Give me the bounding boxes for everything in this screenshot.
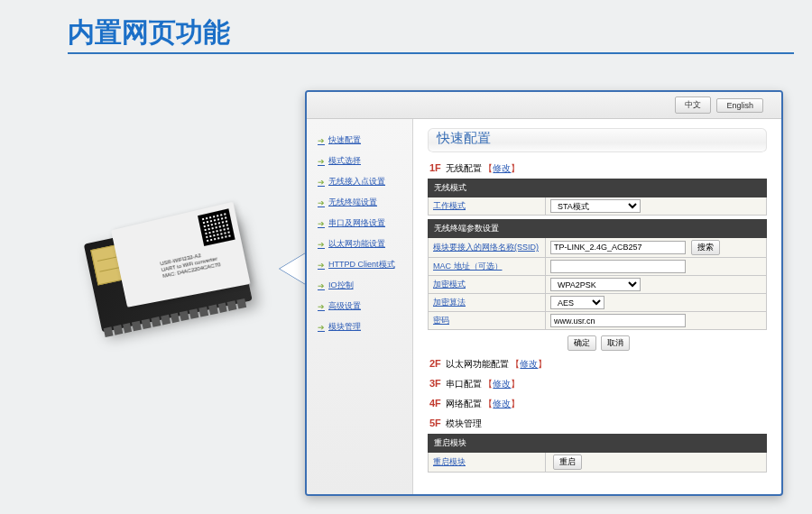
content-title: 快速配置	[428, 128, 767, 153]
reboot-table: 重启模块 重启模块 重启	[428, 434, 767, 473]
sidebar-item-label: 高级设置	[328, 300, 361, 312]
arrow-icon: ➔	[318, 178, 325, 187]
mac-label: MAC 地址（可选）	[429, 258, 546, 276]
step-text: 无线配置	[446, 163, 482, 173]
enc-mode-label: 加密模式	[429, 276, 546, 294]
sidebar-item-label: 无线接入点设置	[328, 176, 385, 188]
enc-algo-select[interactable]: AES	[550, 296, 604, 309]
step4-heading: 4F 网络配置 【修改】	[429, 398, 767, 410]
wifi-sta-table: 无线终端参数设置 模块要接入的网络名称(SSID) 搜索 MAC 地址（可选） …	[428, 219, 767, 330]
sidebar-item-uart-net[interactable]: ➔串口及网络设置	[318, 213, 412, 234]
device-module-image: USR-WIFI232-A2 UART to WiFi converter MA…	[76, 173, 275, 359]
sidebar-item-advanced[interactable]: ➔高级设置	[318, 296, 412, 317]
ssid-input[interactable]	[550, 241, 686, 254]
arrow-icon: ➔	[318, 323, 325, 332]
sidebar-item-sta-setting[interactable]: ➔无线终端设置	[318, 192, 412, 213]
qr-code-icon	[198, 208, 235, 246]
arrow-icon: ➔	[318, 302, 325, 311]
content-area: 快速配置 1F 无线配置 【修改】 无线模式 工作模式 STA模式 无线终端参数…	[413, 119, 781, 494]
ssid-search-button[interactable]: 搜索	[691, 240, 720, 255]
arrow-icon: ➔	[318, 240, 325, 249]
work-mode-label: 工作模式	[429, 197, 546, 216]
ssid-label: 模块要接入的网络名称(SSID)	[429, 238, 546, 258]
reboot-label: 重启模块	[429, 453, 546, 473]
cancel-button[interactable]: 取消	[601, 335, 630, 351]
reboot-button[interactable]: 重启	[553, 454, 582, 470]
callout-pointer-icon	[280, 252, 307, 285]
arrow-icon: ➔	[318, 281, 325, 290]
step3-heading: 3F 串口配置 【修改】	[429, 378, 767, 390]
wifi-mode-table: 无线模式 工作模式 STA模式	[428, 179, 767, 216]
mac-input[interactable]	[550, 260, 686, 273]
sidebar-item-label: 以太网功能设置	[328, 238, 385, 250]
sidebar-item-label: IO控制	[328, 280, 354, 291]
sidebar-item-label: 串口及网络设置	[328, 217, 385, 229]
lang-en-button[interactable]: English	[716, 98, 763, 113]
sidebar: ➔快速配置 ➔模式选择 ➔无线接入点设置 ➔无线终端设置 ➔串口及网络设置 ➔以…	[307, 119, 413, 494]
step2-modify-link[interactable]: 修改	[520, 359, 538, 369]
arrow-icon: ➔	[318, 219, 325, 228]
sidebar-item-quick-config[interactable]: ➔快速配置	[318, 130, 412, 151]
step-number: 1F	[429, 162, 441, 173]
arrow-icon: ➔	[318, 198, 325, 207]
step4-modify-link[interactable]: 修改	[493, 399, 511, 408]
step1-modify-link[interactable]: 修改	[493, 163, 511, 173]
work-mode-select[interactable]: STA模式	[550, 199, 641, 213]
sidebar-item-io-control[interactable]: ➔IO控制	[318, 275, 412, 296]
arrow-icon: ➔	[318, 157, 325, 166]
table-header: 无线终端参数设置	[429, 220, 767, 238]
confirm-button[interactable]: 确定	[567, 335, 596, 351]
table-header: 无线模式	[429, 179, 767, 197]
step5-heading: 5F 模块管理	[429, 418, 767, 430]
enc-mode-select[interactable]: WPA2PSK	[550, 278, 641, 291]
sidebar-item-module-mgmt[interactable]: ➔模块管理	[318, 317, 412, 337]
page-title: 内置网页功能	[68, 14, 230, 51]
step2-heading: 2F 以太网功能配置 【修改】	[429, 358, 767, 371]
arrow-icon: ➔	[318, 261, 325, 270]
password-label: 密码	[429, 312, 546, 330]
sidebar-item-label: HTTPD Client模式	[328, 259, 395, 271]
sidebar-item-ethernet[interactable]: ➔以太网功能设置	[318, 234, 412, 254]
step3-modify-link[interactable]: 修改	[493, 379, 511, 389]
sidebar-item-label: 模式选择	[328, 155, 361, 167]
sidebar-item-label: 无线终端设置	[328, 197, 377, 208]
table-header: 重启模块	[429, 435, 767, 453]
step1-heading: 1F 无线配置 【修改】	[429, 162, 767, 175]
sidebar-item-ap-setting[interactable]: ➔无线接入点设置	[318, 171, 412, 192]
sidebar-item-httpd-client[interactable]: ➔HTTPD Client模式	[318, 254, 412, 275]
enc-algo-label: 加密算法	[429, 294, 546, 312]
sidebar-item-label: 快速配置	[328, 134, 361, 146]
sidebar-item-label: 模块管理	[328, 321, 361, 333]
arrow-icon: ➔	[318, 136, 325, 145]
config-webpage-panel: 中文 English ➔快速配置 ➔模式选择 ➔无线接入点设置 ➔无线终端设置 …	[305, 90, 783, 496]
sidebar-item-mode-select[interactable]: ➔模式选择	[318, 151, 412, 171]
password-input[interactable]	[550, 314, 686, 327]
panel-header: 中文 English	[307, 92, 781, 119]
title-divider	[68, 52, 794, 54]
lang-zh-button[interactable]: 中文	[675, 96, 711, 114]
